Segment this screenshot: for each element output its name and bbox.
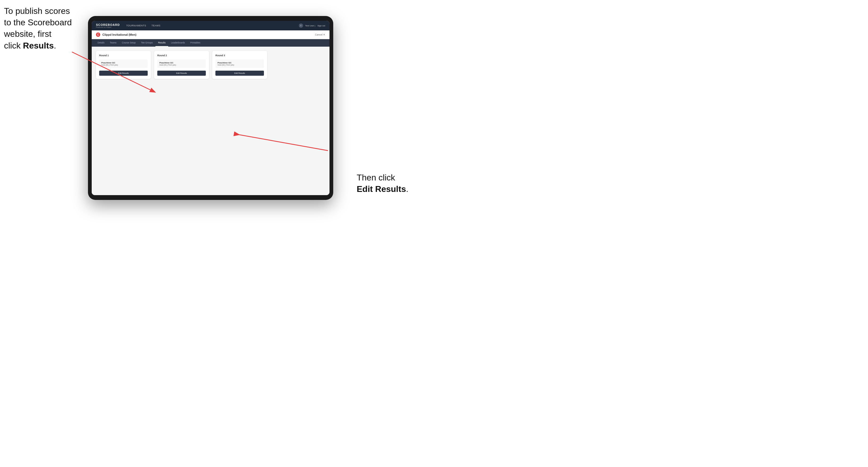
logo-text: SCOREBOARD bbox=[96, 23, 120, 26]
tab-printables[interactable]: Printables bbox=[188, 39, 203, 46]
tab-bar: Details Teams Course Setup Tee Groups Re… bbox=[92, 39, 330, 46]
round-3-course-details: Gold (M) (7010 yds) bbox=[218, 64, 262, 66]
user-name: Test User | bbox=[305, 25, 315, 27]
nav-items: TOURNAMENTS TEAMS bbox=[126, 24, 299, 27]
rounds-grid: Round 1 Peachtree GC Gold (M) (7010 yds)… bbox=[92, 46, 330, 83]
round-2-card: Round 2 Peachtree GC Gold (M) (7010 yds)… bbox=[154, 51, 209, 79]
tournament-title-area: C Clippd Invitational (Men) bbox=[96, 33, 136, 37]
tab-course-setup[interactable]: Course Setup bbox=[119, 39, 138, 46]
tab-details[interactable]: Details bbox=[95, 39, 107, 46]
round-1-edit-results-button[interactable]: Edit Results bbox=[99, 71, 148, 76]
user-avatar: T bbox=[299, 24, 303, 28]
tab-results[interactable]: Results bbox=[155, 39, 168, 46]
round-1-course-info: Peachtree GC Gold (M) (7010 yds) bbox=[99, 59, 148, 68]
round-3-edit-results-button[interactable]: Edit Results bbox=[215, 71, 264, 76]
navbar: SCOREBOARD Powered by clippd TOURNAMENTS… bbox=[92, 21, 330, 30]
round-3-card: Round 3 Peachtree GC Gold (M) (7010 yds)… bbox=[212, 51, 267, 79]
tablet-screen: SCOREBOARD Powered by clippd TOURNAMENTS… bbox=[92, 21, 330, 195]
round-1-course-name: Peachtree GC bbox=[101, 62, 146, 64]
tablet-frame: SCOREBOARD Powered by clippd TOURNAMENTS… bbox=[88, 16, 333, 200]
nav-right: T Test User | Sign out bbox=[299, 24, 325, 28]
tab-tee-groups[interactable]: Tee Groups bbox=[138, 39, 155, 46]
tournament-header: C Clippd Invitational (Men) Cancel ✕ bbox=[92, 30, 330, 39]
tab-leaderboards[interactable]: Leaderboards bbox=[168, 39, 187, 46]
logo-area: SCOREBOARD Powered by clippd bbox=[96, 23, 120, 28]
sign-out-link[interactable]: Sign out bbox=[317, 25, 325, 27]
nav-teams[interactable]: TEAMS bbox=[151, 24, 160, 27]
tournament-name: Clippd Invitational (Men) bbox=[102, 33, 136, 36]
round-1-course-details: Gold (M) (7010 yds) bbox=[101, 64, 146, 66]
nav-tournaments[interactable]: TOURNAMENTS bbox=[126, 24, 146, 27]
cancel-button[interactable]: Cancel ✕ bbox=[315, 33, 325, 36]
round-2-course-name: Peachtree GC bbox=[159, 62, 204, 64]
instruction-right: Then click Edit Results. bbox=[357, 172, 426, 195]
round-3-course-name: Peachtree GC bbox=[218, 62, 262, 64]
instruction-left: To publish scores to the Scoreboard webs… bbox=[4, 5, 81, 52]
round-3-title: Round 3 bbox=[215, 54, 264, 57]
content-area: C Clippd Invitational (Men) Cancel ✕ Det… bbox=[92, 30, 330, 195]
round-2-edit-results-button[interactable]: Edit Results bbox=[157, 71, 206, 76]
round-1-title: Round 1 bbox=[99, 54, 148, 57]
round-2-title: Round 2 bbox=[157, 54, 206, 57]
tournament-icon: C bbox=[96, 33, 100, 37]
logo-sub: Powered by clippd bbox=[96, 26, 120, 28]
round-2-course-details: Gold (M) (7010 yds) bbox=[159, 64, 204, 66]
round-3-course-info: Peachtree GC Gold (M) (7010 yds) bbox=[215, 59, 264, 68]
tab-teams[interactable]: Teams bbox=[107, 39, 119, 46]
round-1-card: Round 1 Peachtree GC Gold (M) (7010 yds)… bbox=[96, 51, 151, 79]
round-2-course-info: Peachtree GC Gold (M) (7010 yds) bbox=[157, 59, 206, 68]
